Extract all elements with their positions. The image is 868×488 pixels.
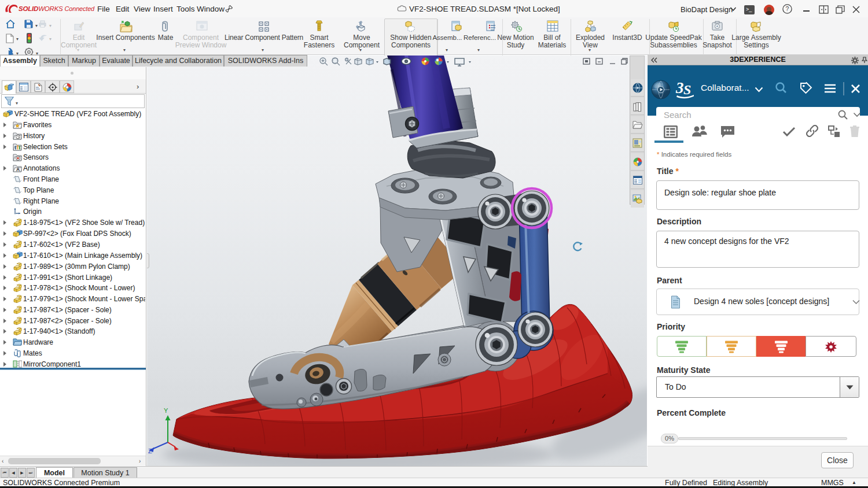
svg-text:3: 3 bbox=[675, 79, 684, 97]
svg-text:Y: Y bbox=[164, 407, 168, 414]
svg-text:S: S bbox=[683, 82, 691, 97]
svg-text:A: A bbox=[16, 167, 20, 172]
svg-text:Z: Z bbox=[148, 448, 152, 454]
svg-text:?: ? bbox=[786, 5, 789, 12]
